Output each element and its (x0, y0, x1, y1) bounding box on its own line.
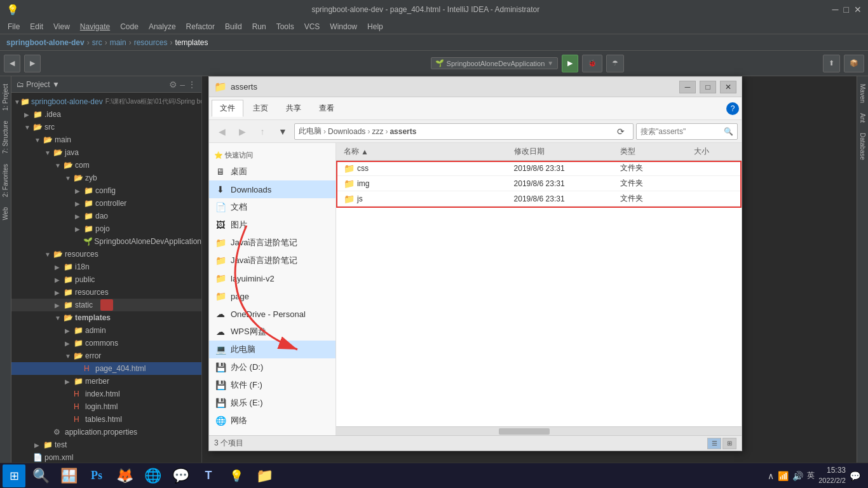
left-tab-structure[interactable]: 7: Structure (1, 116, 10, 159)
breadcrumb-main[interactable]: main (110, 38, 126, 47)
address-asserts[interactable]: asserts (390, 127, 416, 136)
menu-help[interactable]: Help (363, 21, 387, 32)
sidebar-item-pictures[interactable]: 🖼 图片 (209, 216, 336, 234)
tree-item-appprop[interactable]: ⚙ application.properties (11, 426, 201, 438)
menu-vcs[interactable]: VCS (301, 21, 324, 32)
ribbon-tab-home[interactable]: 主页 (245, 100, 276, 117)
panel-gear[interactable]: ⚙ (169, 79, 177, 90)
menu-build[interactable]: Build (221, 21, 246, 32)
tree-item-root[interactable]: ▼ 📁 springboot-alone-dev F:\课程\Java框架\01… (11, 95, 201, 108)
sidebar-item-java-adv1[interactable]: 📁 Java语言进阶笔记 (209, 234, 336, 252)
tree-item-admin[interactable]: ▶ 📁 admin (11, 324, 201, 337)
left-tab-web[interactable]: Web (1, 202, 10, 225)
taskbar-clock[interactable]: 15:33 2022/2/2 (818, 465, 846, 485)
tree-item-error[interactable]: ▼ 📂 error (11, 349, 201, 362)
tree-item-pojo[interactable]: ▶ 📁 pojo (11, 222, 201, 235)
taskbar-language[interactable]: 英 (807, 470, 815, 481)
address-bar[interactable]: 此电脑 › Downloads › zzz › asserts ⟳ (294, 123, 634, 140)
left-tab-favorites[interactable]: 2: Favorites (1, 159, 10, 202)
sidebar-item-documents[interactable]: 📄 文档 (209, 198, 336, 216)
explorer-maximize[interactable]: □ (700, 81, 716, 93)
tree-item-com[interactable]: ▼ 📂 com (11, 159, 201, 172)
tree-item-pom[interactable]: 📄 pom.xml (11, 451, 201, 464)
nav-back[interactable]: ◀ (213, 123, 231, 140)
sidebar-item-drive-d[interactable]: 💾 办公 (D:) (209, 358, 336, 376)
toolbar-forward[interactable]: ▶ (24, 55, 41, 72)
maximize-btn[interactable]: □ (844, 4, 849, 15)
right-tab-maven[interactable]: Maven (858, 79, 867, 108)
nav-forward[interactable]: ▶ (233, 123, 251, 140)
col-header-type[interactable]: 类型 (615, 146, 689, 157)
scrollbar-h[interactable] (336, 426, 742, 435)
debug-button[interactable]: 🐞 (582, 55, 602, 72)
coverage-button[interactable]: ☂ (606, 55, 624, 72)
search-input[interactable] (641, 127, 721, 136)
tree-item-commons[interactable]: ▶ 📁 commons (11, 337, 201, 349)
col-header-date[interactable]: 修改日期 (509, 146, 615, 157)
tree-item-templates[interactable]: ▼ 📂 templates (11, 311, 201, 324)
view-detail[interactable]: ☰ (707, 438, 721, 449)
tree-item-controller[interactable]: ▶ 📁 controller (11, 197, 201, 210)
tree-item-loginhtml[interactable]: H login.html (11, 400, 201, 413)
search-box[interactable]: 🔍 (636, 123, 738, 140)
tree-item-dao[interactable]: ▶ 📁 dao (11, 210, 201, 222)
ribbon-tab-view[interactable]: 查看 (311, 100, 342, 117)
tree-item-idea[interactable]: ▶ 📁 .idea (11, 108, 201, 121)
panel-minimize[interactable]: – (180, 79, 185, 90)
taskbar-firefox[interactable]: 🦊 (112, 464, 137, 487)
menu-refactor[interactable]: Refactor (182, 21, 219, 32)
help-btn[interactable]: ? (726, 102, 739, 115)
taskbar-taskview[interactable]: 🪟 (56, 464, 81, 487)
address-zzz[interactable]: zzz (372, 127, 383, 136)
ribbon-tab-share[interactable]: 共享 (278, 100, 309, 117)
tree-item-config[interactable]: ▶ 📁 config (11, 184, 201, 197)
tree-item-resources[interactable]: ▼ 📂 resources (11, 248, 201, 261)
tree-item-main[interactable]: ▼ 📂 main (11, 133, 201, 146)
tree-item-zyb[interactable]: ▼ 📂 zyb (11, 172, 201, 184)
breadcrumb-resources[interactable]: resources (134, 38, 168, 47)
nav-up[interactable]: ↑ (254, 123, 271, 140)
sidebar-item-drive-e[interactable]: 💾 娱乐 (E:) (209, 394, 336, 412)
sidebar-item-onedrive[interactable]: ☁ OneDrive - Personal (209, 305, 336, 323)
tree-item-merber[interactable]: ▶ 📁 merber (11, 375, 201, 388)
left-tab-project[interactable]: 1: Project (1, 79, 10, 116)
nav-recent[interactable]: ▼ (274, 123, 292, 140)
run-button[interactable]: ▶ (562, 55, 578, 72)
taskbar-search[interactable]: 🔍 (28, 464, 53, 487)
tree-item-tableshtml[interactable]: H tables.html (11, 413, 201, 426)
sidebar-item-layuimini[interactable]: 📁 layuimini-v2 (209, 269, 336, 287)
sidebar-item-network[interactable]: 🌐 网络 (209, 412, 336, 430)
taskbar-speaker-icon[interactable]: 🔊 (792, 471, 803, 481)
taskbar-typora[interactable]: T (196, 464, 221, 487)
close-btn[interactable]: ✕ (854, 4, 862, 15)
menu-run[interactable]: Run (248, 21, 270, 32)
taskbar-up-arrow-icon[interactable]: ∧ (768, 471, 774, 481)
maven-button[interactable]: 📦 (844, 55, 864, 72)
taskbar-photoshop[interactable]: Ps (84, 464, 109, 487)
taskbar-chrome[interactable]: 🌐 (140, 464, 165, 487)
breadcrumb-templates[interactable]: templates (175, 38, 208, 47)
tree-item-resources-inner[interactable]: ▶ 📁 resources (11, 286, 201, 299)
taskbar-network-icon[interactable]: 📶 (778, 471, 789, 481)
ribbon-tab-file[interactable]: 文件 (212, 100, 243, 117)
tree-item-static[interactable]: ▶ 📁 static (11, 299, 201, 311)
taskbar-notification-icon[interactable]: 💬 (850, 471, 860, 481)
menu-file[interactable]: File (4, 21, 24, 32)
tree-item-public[interactable]: ▶ 📁 public (11, 273, 201, 286)
right-tab-database[interactable]: Database (858, 128, 867, 165)
menu-view[interactable]: View (50, 21, 74, 32)
tree-item-indexhtml[interactable]: H index.html (11, 388, 201, 400)
run-config-selector[interactable]: 🌱 SpringbootAloneDevApplication ▼ (431, 57, 559, 69)
explorer-close[interactable]: ✕ (720, 81, 736, 93)
window-controls[interactable]: ─ □ ✕ (832, 4, 862, 15)
tree-item-page404[interactable]: H page_404.html (11, 362, 201, 375)
refresh-btn[interactable]: ⟳ (613, 123, 629, 140)
sidebar-item-drive-f[interactable]: 💾 软件 (F:) (209, 376, 336, 394)
scrollbar-thumb[interactable] (499, 428, 550, 435)
menu-code[interactable]: Code (116, 21, 142, 32)
sidebar-item-desktop[interactable]: 🖥 桌面 (209, 163, 336, 180)
menu-navigate[interactable]: Navigate (76, 21, 114, 32)
taskbar-wechat[interactable]: 💬 (168, 464, 193, 487)
explorer-minimize[interactable]: ─ (679, 81, 696, 93)
menu-analyze[interactable]: Analyze (145, 21, 180, 32)
